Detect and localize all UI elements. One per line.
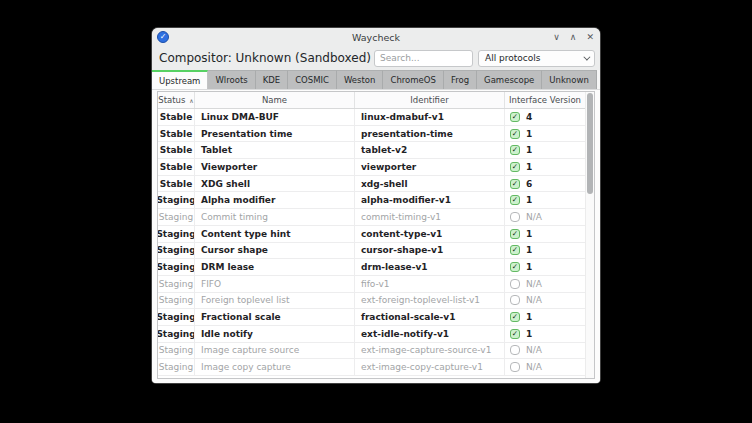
cell-ident: viewporter [355, 159, 505, 175]
tab-wlroots[interactable]: Wlroots [208, 70, 255, 89]
chevron-down-icon [583, 53, 590, 60]
tab-cosmic[interactable]: COSMIC [288, 70, 337, 89]
interface-version-value: 1 [526, 245, 532, 255]
cell-status: Stable [158, 126, 195, 142]
cell-name: Tablet [195, 142, 355, 158]
cell-name: Commit timing [195, 209, 355, 225]
maximize-icon[interactable]: ∧ [570, 28, 577, 46]
cell-name: Cursor shape [195, 243, 355, 259]
table-row[interactable]: StagingFIFOfifo-v1N/A [158, 276, 585, 293]
cell-status: Staging [158, 226, 195, 242]
interface-version-value: 1 [526, 312, 532, 322]
interface-version-value: 1 [526, 229, 532, 239]
cell-ident: content-type-v1 [355, 226, 505, 242]
minimize-icon[interactable]: ∨ [553, 28, 560, 46]
cell-ident: linux-dmabuf-v1 [355, 109, 505, 125]
cell-interface-version: N/A [505, 209, 585, 225]
cell-status: Staging [158, 243, 195, 259]
table-row[interactable]: StagingImage copy captureext-image-copy-… [158, 359, 585, 376]
window-title: Waycheck [152, 32, 600, 43]
interface-version-value: 6 [526, 179, 532, 189]
cell-name: Alpha modifier [195, 192, 355, 208]
unavailable-checkbox-icon [510, 345, 520, 355]
tab-gamescope[interactable]: Gamescope [477, 70, 542, 89]
cell-name: Linux DMA-BUF [195, 109, 355, 125]
column-header-label: Interface Version [509, 95, 581, 105]
table-row[interactable]: StagingDRM leasedrm-lease-v1✓1 [158, 259, 585, 276]
tab-bar: UpstreamWlrootsKDECOSMICWestonChromeOSFr… [152, 70, 600, 90]
cell-name: Image capture source [195, 343, 355, 359]
cell-ident: cursor-shape-v1 [355, 243, 505, 259]
table-row[interactable]: StableTablettablet-v2✓1 [158, 142, 585, 159]
column-header-status[interactable]: Status∧ [158, 92, 195, 108]
tab-weston[interactable]: Weston [337, 70, 384, 89]
table-row[interactable]: StagingImage capture sourceext-image-cap… [158, 343, 585, 360]
cell-name: Presentation time [195, 126, 355, 142]
column-header-interface-version[interactable]: Interface Version [505, 92, 585, 108]
table-row[interactable]: StagingAlpha modifieralpha-modifier-v1✓1 [158, 192, 585, 209]
available-checkbox-icon: ✓ [510, 229, 520, 239]
interface-version-value: 1 [526, 145, 532, 155]
cell-ident: fractional-scale-v1 [355, 309, 505, 325]
titlebar[interactable]: ✓ Waycheck ∨ ∧ ✕ [152, 28, 600, 46]
column-header-identifier[interactable]: Identifier [355, 92, 505, 108]
available-checkbox-icon: ✓ [510, 145, 520, 155]
cell-ident: ext-idle-notify-v1 [355, 326, 505, 342]
cell-name: Image copy capture [195, 359, 355, 375]
cell-name: FIFO [195, 276, 355, 292]
vertical-scrollbar[interactable] [585, 92, 594, 378]
available-checkbox-icon: ✓ [510, 245, 520, 255]
cell-name: XDG shell [195, 176, 355, 192]
cell-status: Stable [158, 176, 195, 192]
cell-ident: fifo-v1 [355, 276, 505, 292]
table-row[interactable]: StagingFractional scalefractional-scale-… [158, 309, 585, 326]
table-row[interactable]: StableViewporterviewporter✓1 [158, 159, 585, 176]
table-row[interactable]: StableXDG shellxdg-shell✓6 [158, 176, 585, 193]
interface-version-value: 1 [526, 329, 532, 339]
tab-chromeos[interactable]: ChromeOS [383, 70, 443, 89]
tab-kde[interactable]: KDE [256, 70, 289, 89]
cell-status: Staging [158, 293, 195, 309]
table-row[interactable]: StagingForeign toplevel listext-foreign-… [158, 293, 585, 310]
table-body: StableLinux DMA-BUFlinux-dmabuf-v1✓4Stab… [158, 109, 585, 376]
protocol-table: Status∧NameIdentifierInterface Version S… [157, 91, 595, 379]
table-row[interactable]: StagingCursor shapecursor-shape-v1✓1 [158, 243, 585, 260]
table-row[interactable]: StableLinux DMA-BUFlinux-dmabuf-v1✓4 [158, 109, 585, 126]
tab-upstream[interactable]: Upstream [152, 70, 208, 89]
tab-frog[interactable]: Frog [444, 70, 477, 89]
cell-name: Fractional scale [195, 309, 355, 325]
table-row[interactable]: StagingCommit timingcommit-timing-v1N/A [158, 209, 585, 226]
search-input[interactable] [374, 50, 473, 67]
cell-ident: tablet-v2 [355, 142, 505, 158]
window-controls: ∨ ∧ ✕ [553, 28, 594, 46]
cell-interface-version: ✓1 [505, 142, 585, 158]
protocol-filter-dropdown[interactable]: All protocols [478, 50, 595, 67]
available-checkbox-icon: ✓ [510, 129, 520, 139]
cell-interface-version: N/A [505, 276, 585, 292]
cell-interface-version: ✓4 [505, 109, 585, 125]
interface-version-value: 1 [526, 129, 532, 139]
interface-version-value: 1 [526, 262, 532, 272]
scrollbar-thumb[interactable] [587, 93, 593, 194]
table-row[interactable]: StagingContent type hintcontent-type-v1✓… [158, 226, 585, 243]
tab-unknown[interactable]: Unknown [542, 70, 596, 89]
table-row[interactable]: StablePresentation timepresentation-time… [158, 126, 585, 143]
cell-interface-version: ✓1 [505, 192, 585, 208]
cell-status: Stable [158, 159, 195, 175]
cell-status: Stable [158, 109, 195, 125]
column-header-name[interactable]: Name [195, 92, 355, 108]
cell-ident: presentation-time [355, 126, 505, 142]
cell-ident: xdg-shell [355, 176, 505, 192]
close-icon[interactable]: ✕ [586, 28, 594, 46]
cell-ident: commit-timing-v1 [355, 209, 505, 225]
cell-interface-version: N/A [505, 343, 585, 359]
cell-status: Staging [158, 343, 195, 359]
cell-status: Stable [158, 142, 195, 158]
cell-status: Staging [158, 209, 195, 225]
interface-version-value: 1 [526, 195, 532, 205]
unavailable-checkbox-icon [510, 212, 520, 222]
table-row[interactable]: StagingIdle notifyext-idle-notify-v1✓1 [158, 326, 585, 343]
cell-ident: ext-foreign-toplevel-list-v1 [355, 293, 505, 309]
cell-interface-version: ✓1 [505, 309, 585, 325]
cell-status: Staging [158, 309, 195, 325]
